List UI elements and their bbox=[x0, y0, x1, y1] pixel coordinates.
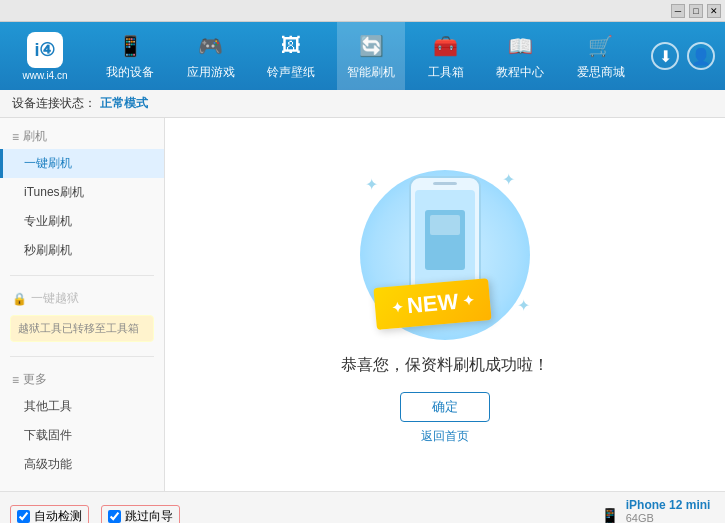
checkbox-group: 自动检测 跳过向导 bbox=[10, 505, 590, 523]
flash-group-label: 刷机 bbox=[23, 128, 47, 145]
nav-ringtones-label: 铃声壁纸 bbox=[267, 64, 315, 81]
nav-smart-flash-label: 智能刷机 bbox=[347, 64, 395, 81]
maximize-button[interactable]: □ bbox=[689, 4, 703, 18]
logo[interactable]: i④ www.i4.cn bbox=[0, 32, 90, 81]
sidebar-item-yijian[interactable]: 一键刷机 bbox=[0, 149, 164, 178]
sidebar-item-itunes[interactable]: iTunes刷机 bbox=[0, 178, 164, 207]
nav-ringtones[interactable]: 🖼 铃声壁纸 bbox=[257, 22, 325, 90]
new-badge-text: NEW bbox=[406, 288, 459, 318]
svg-rect-3 bbox=[433, 182, 457, 185]
main-area: ≡ 刷机 一键刷机 iTunes刷机 专业刷机 秒刷刷机 🔒 一键越狱 bbox=[0, 118, 725, 491]
download-button[interactable]: ⬇ bbox=[651, 42, 679, 70]
device-name: iPhone 12 mini bbox=[626, 498, 715, 512]
checkbox-skip-wizard[interactable]: 跳过向导 bbox=[101, 505, 180, 523]
lock-group-label: 一键越狱 bbox=[31, 290, 79, 307]
tutorial-icon: 📖 bbox=[506, 32, 534, 60]
nav-tutorial[interactable]: 📖 教程中心 bbox=[486, 22, 554, 90]
confirm-button-label: 确定 bbox=[432, 398, 458, 416]
star-1: ✦ bbox=[365, 175, 378, 194]
header: i④ www.i4.cn 📱 我的设备 🎮 应用游戏 🖼 铃声壁纸 🔄 智能刷机… bbox=[0, 22, 725, 90]
logo-icon: i④ bbox=[27, 32, 63, 68]
close-button[interactable]: ✕ bbox=[707, 4, 721, 18]
nav-my-device[interactable]: 📱 我的设备 bbox=[96, 22, 164, 90]
device-phone-icon: 📱 bbox=[600, 507, 620, 523]
sidebar-divider-2 bbox=[10, 356, 154, 357]
checkbox-auto-detect[interactable]: 自动检测 bbox=[10, 505, 89, 523]
flash-group-icon: ≡ bbox=[12, 130, 19, 144]
flash-section: ≡ 刷机 一键刷机 iTunes刷机 专业刷机 秒刷刷机 bbox=[0, 118, 164, 271]
success-text: 恭喜您，保资料刷机成功啦！ bbox=[341, 355, 549, 376]
nav-tutorial-label: 教程中心 bbox=[496, 64, 544, 81]
flash-group-header: ≡ 刷机 bbox=[0, 124, 164, 149]
sidebar-item-miaosha-label: 秒刷刷机 bbox=[24, 243, 72, 257]
status-value: 正常模式 bbox=[100, 95, 148, 112]
header-right: ⬇ 👤 bbox=[641, 42, 725, 70]
nav-smart-flash[interactable]: 🔄 智能刷机 bbox=[337, 22, 405, 90]
more-icon: ≡ bbox=[12, 373, 19, 387]
lock-section: 🔒 一键越狱 越狱工具已转移至工具箱 bbox=[0, 280, 164, 352]
status-bar: 设备连接状态： 正常模式 bbox=[0, 90, 725, 118]
sidebar-item-xiazai-label: 下载固件 bbox=[24, 428, 72, 442]
svg-rect-5 bbox=[430, 215, 460, 235]
sidebar-item-itunes-label: iTunes刷机 bbox=[24, 185, 84, 199]
sidebar-item-zhuanye[interactable]: 专业刷机 bbox=[0, 207, 164, 236]
sidebar: ≡ 刷机 一键刷机 iTunes刷机 专业刷机 秒刷刷机 🔒 一键越狱 bbox=[0, 118, 165, 491]
back-link[interactable]: 返回首页 bbox=[421, 428, 469, 445]
minimize-button[interactable]: ─ bbox=[671, 4, 685, 18]
apps-icon: 🎮 bbox=[197, 32, 225, 60]
nav-my-device-label: 我的设备 bbox=[106, 64, 154, 81]
nav-bar: 📱 我的设备 🎮 应用游戏 🖼 铃声壁纸 🔄 智能刷机 🧰 工具箱 📖 教程中心… bbox=[90, 22, 641, 90]
sidebar-item-xiazai[interactable]: 下载固件 bbox=[0, 421, 164, 450]
auto-detect-checkbox[interactable] bbox=[17, 510, 30, 523]
logo-text: www.i4.cn bbox=[22, 70, 67, 81]
nav-apps-label: 应用游戏 bbox=[187, 64, 235, 81]
nav-store[interactable]: 🛒 爱思商城 bbox=[567, 22, 635, 90]
more-group-label: 更多 bbox=[23, 371, 47, 388]
sidebar-item-zhuanye-label: 专业刷机 bbox=[24, 214, 72, 228]
device-info: 📱 iPhone 12 mini 64GB Down-12mini-13.1 bbox=[600, 498, 715, 524]
nav-tools-label: 工具箱 bbox=[428, 64, 464, 81]
skip-wizard-checkbox[interactable] bbox=[108, 510, 121, 523]
confirm-button[interactable]: 确定 bbox=[400, 392, 490, 422]
auto-detect-label: 自动检测 bbox=[34, 508, 82, 523]
window-controls: ─ □ ✕ bbox=[671, 4, 721, 18]
smart-flash-icon: 🔄 bbox=[357, 32, 385, 60]
sidebar-item-miaosha[interactable]: 秒刷刷机 bbox=[0, 236, 164, 265]
sidebar-item-qita-label: 其他工具 bbox=[24, 399, 72, 413]
sidebar-item-yijian-label: 一键刷机 bbox=[24, 156, 72, 170]
user-button[interactable]: 👤 bbox=[687, 42, 715, 70]
content-area: ✦ ✦ ✦ NEW 恭喜您，保资料刷机成功啦！ bbox=[165, 118, 725, 491]
more-group-header: ≡ 更多 bbox=[0, 367, 164, 392]
device-storage: 64GB bbox=[626, 512, 715, 524]
tools-icon: 🧰 bbox=[432, 32, 460, 60]
bottom-bar: 自动检测 跳过向导 📱 iPhone 12 mini 64GB Down-12m… bbox=[0, 491, 725, 523]
my-device-icon: 📱 bbox=[116, 32, 144, 60]
sidebar-item-gaoji-label: 高级功能 bbox=[24, 457, 72, 471]
nav-tools[interactable]: 🧰 工具箱 bbox=[418, 22, 474, 90]
status-label: 设备连接状态： bbox=[12, 95, 96, 112]
store-icon: 🛒 bbox=[587, 32, 615, 60]
sidebar-divider-1 bbox=[10, 275, 154, 276]
star-3: ✦ bbox=[517, 296, 530, 315]
skip-wizard-label: 跳过向导 bbox=[125, 508, 173, 523]
lock-icon: 🔒 bbox=[12, 292, 27, 306]
nav-store-label: 爱思商城 bbox=[577, 64, 625, 81]
device-details: iPhone 12 mini 64GB Down-12mini-13.1 bbox=[626, 498, 715, 524]
ringtones-icon: 🖼 bbox=[277, 32, 305, 60]
title-bar: ─ □ ✕ bbox=[0, 0, 725, 22]
lock-warning-text: 越狱工具已转移至工具箱 bbox=[18, 322, 139, 334]
star-2: ✦ bbox=[502, 170, 515, 189]
sidebar-item-gaoji[interactable]: 高级功能 bbox=[0, 450, 164, 479]
lock-group-header: 🔒 一键越狱 bbox=[0, 286, 164, 311]
nav-apps[interactable]: 🎮 应用游戏 bbox=[177, 22, 245, 90]
more-section: ≡ 更多 其他工具 下载固件 高级功能 bbox=[0, 361, 164, 485]
phone-illustration: ✦ ✦ ✦ NEW bbox=[345, 165, 545, 345]
lock-warning-box: 越狱工具已转移至工具箱 bbox=[10, 315, 154, 342]
sidebar-item-qita[interactable]: 其他工具 bbox=[0, 392, 164, 421]
